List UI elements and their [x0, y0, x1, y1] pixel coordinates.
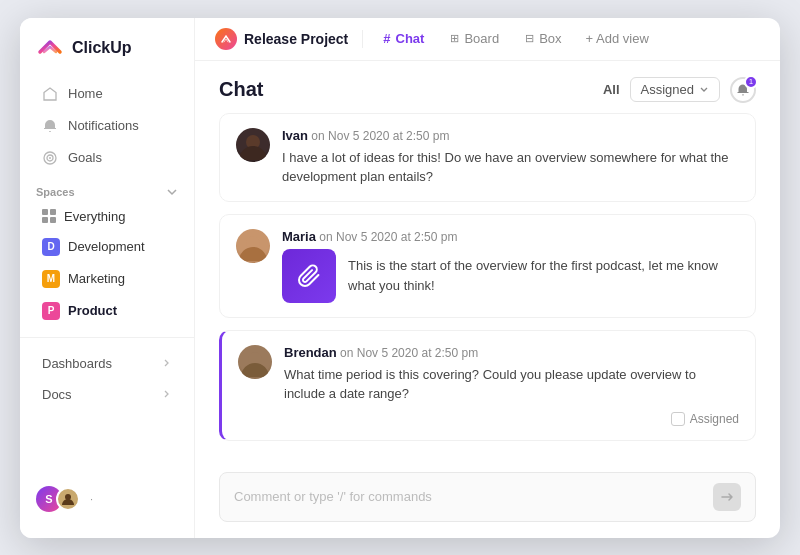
avatar-maria: [236, 229, 270, 263]
avatar-ivan: [236, 128, 270, 162]
comment-input[interactable]: Comment or type '/' for commands: [219, 472, 756, 522]
sidebar-item-docs[interactable]: Docs: [26, 380, 188, 409]
tab-box[interactable]: ⊟ Box: [519, 28, 567, 49]
board-icon: ⊞: [450, 32, 459, 45]
tab-chat[interactable]: # Chat: [377, 28, 430, 49]
user-status-dot: ·: [90, 493, 93, 505]
filter-assigned-button[interactable]: Assigned: [630, 77, 720, 102]
home-icon: [42, 86, 58, 102]
project-name: Release Project: [215, 28, 348, 50]
filter-all-button[interactable]: All: [603, 82, 620, 97]
chevron-down-icon: [166, 186, 178, 198]
logo-text: ClickUp: [72, 39, 132, 57]
avatar-brendan: [238, 345, 272, 379]
sidebar-item-everything[interactable]: Everything: [26, 203, 188, 230]
message-text: I have a lot of ideas for this! Do we ha…: [282, 148, 739, 187]
sidebar-user-area[interactable]: S ·: [20, 476, 194, 522]
chat-area: Chat All Assigned 1: [195, 61, 780, 538]
assigned-checkbox[interactable]: [671, 412, 685, 426]
add-view-button[interactable]: + Add view: [586, 31, 649, 46]
spaces-section-label: Spaces: [20, 174, 194, 202]
messages-list: Ivan on Nov 5 2020 at 2:50 pm I have a l…: [195, 113, 780, 460]
message-text: This is the start of the overview for th…: [348, 256, 739, 295]
docs-chevron-icon: [162, 389, 172, 399]
logo: ClickUp: [20, 34, 194, 78]
chat-hash-icon: #: [383, 31, 390, 46]
sidebar-item-marketing[interactable]: M Marketing: [26, 264, 188, 294]
chat-header: Chat All Assigned 1: [195, 61, 780, 113]
assigned-chevron-icon: [699, 85, 709, 95]
message-text: What time period is this covering? Could…: [284, 365, 739, 404]
sidebar-item-notifications[interactable]: Notifications: [26, 111, 188, 141]
dashboards-chevron-icon: [162, 358, 172, 368]
project-icon: [215, 28, 237, 50]
message-meta: Brendan on Nov 5 2020 at 2:50 pm: [284, 345, 739, 360]
sidebar-item-home[interactable]: Home: [26, 79, 188, 109]
clickup-logo-icon: [36, 34, 64, 62]
box-icon: ⊟: [525, 32, 534, 45]
message-body: Maria on Nov 5 2020 at 2:50 pm This is t…: [282, 229, 739, 303]
comment-bar: Comment or type '/' for commands: [195, 460, 780, 538]
message-with-attachment: This is the start of the overview for th…: [282, 249, 739, 303]
sidebar-item-dashboards[interactable]: Dashboards: [26, 349, 188, 378]
product-space-dot: P: [42, 302, 60, 320]
app-window: ClickUp Home Notifications Goals Spaces: [20, 18, 780, 538]
main-content: Release Project # Chat ⊞ Board ⊟ Box + A…: [195, 18, 780, 538]
message-card: Maria on Nov 5 2020 at 2:50 pm This is t…: [219, 214, 756, 318]
marketing-space-dot: M: [42, 270, 60, 288]
message-card: Ivan on Nov 5 2020 at 2:50 pm I have a l…: [219, 113, 756, 202]
user-avatars: S: [36, 486, 80, 512]
tab-divider: [362, 30, 363, 48]
sidebar: ClickUp Home Notifications Goals Spaces: [20, 18, 195, 538]
notification-count-badge: 1: [744, 75, 758, 89]
notification-badge[interactable]: 1: [730, 77, 756, 103]
chat-header-controls: All Assigned 1: [603, 77, 756, 103]
attachment-thumbnail[interactable]: [282, 249, 336, 303]
notification-bell-icon: [42, 118, 58, 134]
message-body: Ivan on Nov 5 2020 at 2:50 pm I have a l…: [282, 128, 739, 187]
development-space-dot: D: [42, 238, 60, 256]
sidebar-item-goals[interactable]: Goals: [26, 143, 188, 173]
everything-grid-icon: [42, 209, 56, 223]
sidebar-divider: [20, 337, 194, 338]
message-meta: Maria on Nov 5 2020 at 2:50 pm: [282, 229, 739, 244]
comment-placeholder: Comment or type '/' for commands: [234, 489, 705, 504]
chat-title: Chat: [219, 78, 263, 101]
message-body: Brendan on Nov 5 2020 at 2:50 pm What ti…: [284, 345, 739, 426]
svg-point-2: [49, 157, 51, 159]
topbar: Release Project # Chat ⊞ Board ⊟ Box + A…: [195, 18, 780, 61]
sidebar-item-product[interactable]: P Product: [26, 296, 188, 326]
message-card: Brendan on Nov 5 2020 at 2:50 pm What ti…: [219, 330, 756, 441]
assigned-tag: Assigned: [284, 412, 739, 426]
message-meta: Ivan on Nov 5 2020 at 2:50 pm: [282, 128, 739, 143]
send-button[interactable]: [713, 483, 741, 511]
tab-board[interactable]: ⊞ Board: [444, 28, 505, 49]
goals-icon: [42, 150, 58, 166]
assigned-label: Assigned: [690, 412, 739, 426]
sidebar-item-development[interactable]: D Development: [26, 232, 188, 262]
user-avatar-photo: [56, 487, 80, 511]
